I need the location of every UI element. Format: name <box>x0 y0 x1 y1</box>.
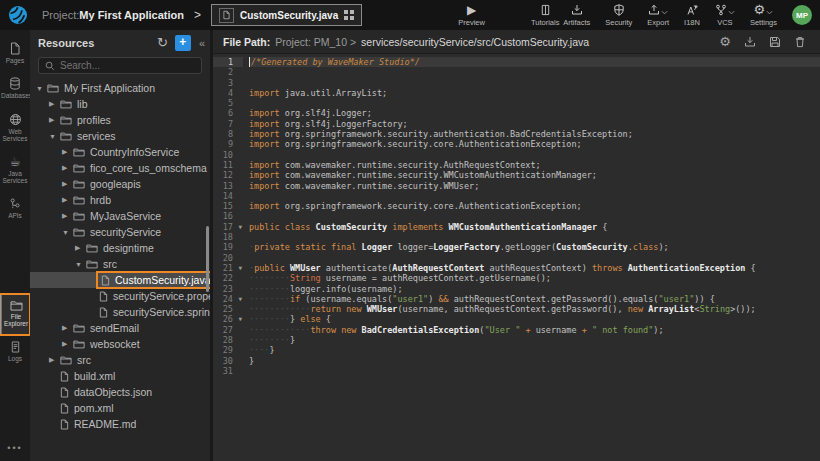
tree-item-fico-core-us-omschema[interactable]: ▶fico_core_us_omschema <box>30 160 210 176</box>
collapse-arrow-icon[interactable]: ▶ <box>62 340 73 348</box>
code-line[interactable]: } <box>249 356 820 366</box>
code-line[interactable]: ········if (username.equals("user1") && … <box>249 294 820 304</box>
tree-item-services[interactable]: ▼services <box>30 128 210 144</box>
sidebar-item-pages[interactable]: Pages <box>0 36 30 71</box>
collapse-arrow-icon[interactable]: ▶ <box>49 100 60 108</box>
tree-item-src[interactable]: ▼src <box>30 256 210 272</box>
tutorials-button[interactable]: Tutorials <box>531 3 559 27</box>
code-line[interactable]: ········logger.info(username); <box>249 284 820 294</box>
collapse-arrow-icon[interactable]: ▶ <box>62 212 73 220</box>
expand-arrow-icon[interactable]: ▼ <box>75 261 86 268</box>
tree-item-profiles[interactable]: ▶profiles <box>30 112 210 128</box>
tab-customsecurity-java[interactable]: CustomSecurity.java <box>211 4 362 26</box>
user-avatar[interactable]: MP <box>792 5 812 25</box>
code-line[interactable] <box>249 366 820 376</box>
expand-arrow-icon[interactable]: ▼ <box>36 85 47 92</box>
code-line[interactable] <box>249 150 820 160</box>
topbar-settings-button[interactable]: ⚙Settings <box>750 3 777 27</box>
tree-item-src[interactable]: ▶src <box>30 352 210 368</box>
collapse-arrow-icon[interactable]: ▶ <box>62 324 73 332</box>
tree-item-sendemail[interactable]: ▶sendEmail <box>30 320 210 336</box>
fold-arrow-icon[interactable]: ▼ <box>238 294 242 304</box>
sidebar-item-web-services[interactable]: Web Services <box>0 107 30 150</box>
code-line[interactable] <box>249 191 820 201</box>
tree-item-googleapis[interactable]: ▶googleapis <box>30 176 210 192</box>
grid-icon[interactable] <box>344 10 354 20</box>
code-line[interactable]: ········String username = authRequestCon… <box>249 273 820 283</box>
code-line[interactable]: import org.springframework.security.core… <box>249 139 820 149</box>
tree-item-lib[interactable]: ▶lib <box>30 96 210 112</box>
code-line[interactable] <box>249 98 820 108</box>
more-options-button[interactable]: ••• <box>0 437 30 461</box>
code-line[interactable] <box>249 78 820 88</box>
code-line[interactable] <box>249 232 820 242</box>
tree-item-customsecurity-java[interactable]: CustomSecurity.java <box>30 272 210 288</box>
collapse-panel-icon[interactable]: « <box>198 37 206 49</box>
code-line[interactable]: ····} <box>249 345 820 355</box>
sidebar-item-file-explorer[interactable]: File Explorer <box>0 294 30 335</box>
sidebar-item-databases[interactable]: Databases <box>0 71 30 106</box>
tree-item-myjavaservice[interactable]: ▶MyJavaService <box>30 208 210 224</box>
code-line[interactable]: ········} else { <box>249 314 820 324</box>
code-line[interactable]: import org.slf4j.LoggerFactory; <box>249 119 820 129</box>
download-file-icon[interactable] <box>744 36 756 48</box>
refresh-icon[interactable]: ↻ <box>157 36 168 49</box>
sidebar-item-java-services[interactable]: ☕Java Services <box>0 150 30 192</box>
tree-scrollbar[interactable] <box>206 226 209 292</box>
collapse-arrow-icon[interactable]: ▶ <box>62 180 73 188</box>
code-line[interactable]: import org.springframework.security.core… <box>249 201 820 211</box>
tree-item-designtime[interactable]: ▶designtime <box>30 240 210 256</box>
tree-item-readme-md[interactable]: README.md <box>30 416 210 432</box>
tree-item-securityservice-properties[interactable]: securityService.properties <box>30 288 210 304</box>
code-line[interactable]: ········} <box>249 335 820 345</box>
editor-settings-gear-icon[interactable]: ⚙ <box>719 36 731 48</box>
expand-arrow-icon[interactable]: ▼ <box>62 229 73 236</box>
collapse-arrow-icon[interactable]: ▶ <box>62 148 73 156</box>
tree-item-hrdb[interactable]: ▶hrdb <box>30 192 210 208</box>
fold-arrow-icon[interactable]: ▼ <box>238 222 242 232</box>
code-line[interactable]: ············throw new BadCredentialsExce… <box>249 325 820 335</box>
tree-item-websocket[interactable]: ▶websocket <box>30 336 210 352</box>
preview-button[interactable]: ▶ Preview <box>458 3 485 27</box>
code-line[interactable]: ············return new WMUser(username, … <box>249 304 820 314</box>
sidebar-item-logs[interactable]: Logs <box>0 335 30 369</box>
collapse-arrow-icon[interactable]: ▶ <box>75 244 86 252</box>
topbar-vcs-button[interactable]: VCS <box>715 3 735 27</box>
code-line[interactable]: import com.wavemaker.runtime.security.WM… <box>249 170 820 180</box>
add-resource-button[interactable]: + <box>175 35 191 51</box>
collapse-arrow-icon[interactable]: ▶ <box>62 164 73 172</box>
code-area[interactable]: 1234567891011121314151617▼18192021▼22232… <box>213 54 820 461</box>
code-line[interactable]: import java.util.ArrayList; <box>249 88 820 98</box>
tree-item-countryinfoservice[interactable]: ▶CountryInfoService <box>30 144 210 160</box>
search-input[interactable] <box>60 60 195 71</box>
collapse-arrow-icon[interactable]: ▶ <box>49 356 60 364</box>
code-line[interactable] <box>249 211 820 221</box>
code-line[interactable]: import org.slf4j.Logger; <box>249 108 820 118</box>
project-breadcrumb[interactable]: Project:My First Application <box>42 9 184 21</box>
sidebar-item-apis[interactable]: APIs <box>0 192 30 226</box>
save-file-icon[interactable] <box>769 36 781 48</box>
code-line[interactable] <box>249 67 820 77</box>
tree-item-pom-xml[interactable]: pom.xml <box>30 400 210 416</box>
tree-item-build-xml[interactable]: build.xml <box>30 368 210 384</box>
tree-item-securityservice-spring-xml[interactable]: securityService.spring.xml <box>30 304 210 320</box>
topbar-export-button[interactable]: Export <box>647 3 669 27</box>
code-line[interactable]: import org.springframework.security.auth… <box>249 129 820 139</box>
collapse-arrow-icon[interactable]: ▶ <box>62 196 73 204</box>
fold-arrow-icon[interactable]: ▼ <box>238 314 242 324</box>
code-line[interactable]: import com.wavemaker.runtime.security.Au… <box>249 160 820 170</box>
tree-item-securityservice[interactable]: ▼securityService <box>30 224 210 240</box>
topbar-i18n-button[interactable]: I18N <box>684 3 700 27</box>
code-line[interactable]: import com.wavemaker.runtime.security.WM… <box>249 181 820 191</box>
tree-item-dataobjects-json[interactable]: dataObjects.json <box>30 384 210 400</box>
wavemaker-logo-icon[interactable] <box>8 5 28 25</box>
code-line[interactable] <box>249 253 820 263</box>
delete-file-trash-icon[interactable] <box>794 36 806 48</box>
code-line[interactable]: public class CustomSecurity implements W… <box>249 222 820 232</box>
topbar-security-button[interactable]: Security <box>605 3 632 27</box>
collapse-arrow-icon[interactable]: ▶ <box>49 116 60 124</box>
tree-item-my-first-application[interactable]: ▼My First Application <box>30 80 210 96</box>
code-line[interactable]: /*Generated by WaveMaker Studio*/ <box>249 57 820 67</box>
expand-arrow-icon[interactable]: ▼ <box>49 133 60 140</box>
code-line[interactable]: ·private static final Logger logger=Logg… <box>249 242 820 252</box>
